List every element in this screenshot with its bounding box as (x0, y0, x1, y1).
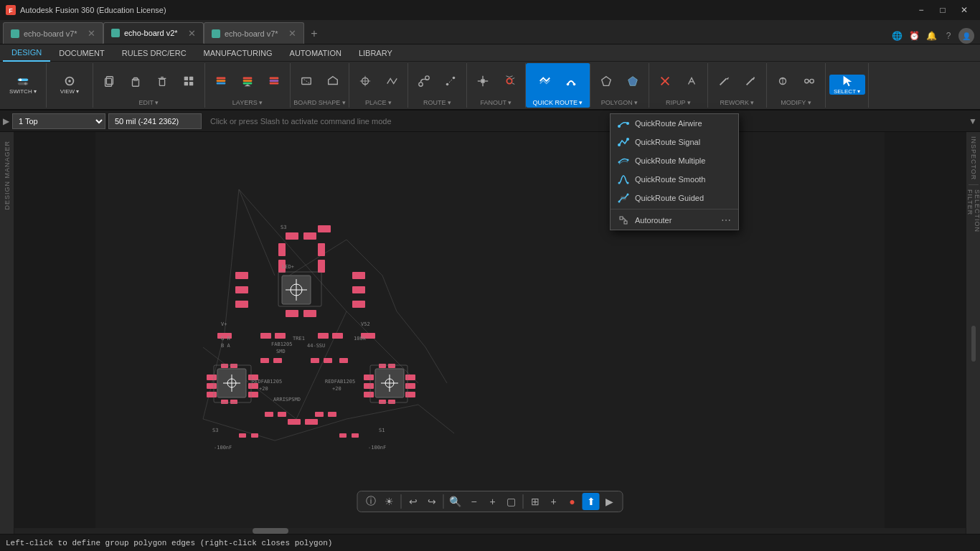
svg-rect-108 (207, 383, 217, 389)
tab-close-3[interactable]: ✕ (288, 29, 296, 38)
ripup-button1[interactable] (652, 71, 678, 91)
tab-echo-board-v7-2[interactable]: echo-board v7* ✕ (204, 22, 304, 44)
app-icon: F (6, 5, 16, 15)
minimize-button[interactable]: − (911, 3, 931, 17)
menu-tab-design[interactable]: DESIGN (3, 44, 50, 62)
quick-route-button2[interactable] (558, 71, 584, 91)
route-button1[interactable] (411, 71, 437, 91)
svg-rect-16 (189, 77, 193, 80)
quickroute-smooth-item[interactable]: QuickRoute Smooth (611, 170, 738, 189)
zoom-out-small-button[interactable]: 🔍 (447, 493, 464, 510)
rework-button2[interactable] (738, 71, 763, 91)
tab-close-1[interactable]: ✕ (88, 29, 95, 38)
zoom-in-button[interactable]: + (484, 493, 501, 510)
fanout-button2[interactable] (496, 71, 522, 91)
cursor-button[interactable]: ⬆ (583, 493, 600, 510)
place-button1[interactable] (352, 71, 378, 91)
board-shape-row (293, 65, 346, 98)
board-shape-button1[interactable] (293, 71, 319, 91)
bell-icon[interactable]: 🔔 (924, 29, 938, 43)
svg-line-38 (448, 78, 454, 85)
paste-button[interactable] (123, 71, 149, 91)
switch-button[interactable]: SWITCH ▾ (3, 75, 43, 95)
quickroute-airwire-item[interactable]: QuickRoute Airwire (611, 114, 738, 133)
user-avatar[interactable]: 👤 (958, 28, 974, 44)
svg-rect-126 (379, 400, 386, 404)
globe-icon[interactable]: 🌐 (890, 29, 904, 43)
quickroute-smooth-label: QuickRoute Smooth (635, 175, 705, 184)
right-sidebar: INSPECTOR SELECTION FILTER (966, 132, 980, 534)
place-button2[interactable] (379, 71, 405, 91)
zoom-out-button[interactable]: − (466, 493, 483, 510)
polygon-button2[interactable] (620, 71, 646, 91)
help-icon[interactable]: ? (941, 29, 956, 43)
menu-tab-automation[interactable]: AUTOMATION (281, 44, 350, 62)
edit-row (96, 65, 202, 98)
layers-edit-button[interactable] (261, 71, 287, 91)
svg-text:+20: +20 (259, 386, 268, 392)
quickroute-signal-item[interactable]: QuickRoute Signal (611, 133, 738, 151)
menu-tab-library[interactable]: LIBRARY (350, 44, 401, 62)
undo-button[interactable]: ↩ (405, 493, 422, 510)
svg-rect-100 (303, 310, 316, 317)
delete-button[interactable] (149, 71, 175, 91)
info-button[interactable]: ⓘ (362, 493, 380, 510)
svg-rect-95 (235, 301, 248, 308)
ripup-button2[interactable] (679, 71, 705, 91)
polygon-button1[interactable] (593, 71, 619, 91)
svg-rect-120 (364, 392, 374, 397)
canvas-area[interactable]: S3 G R B A LED+ FAB1205 SMD TRE1 44-SSU … (14, 132, 966, 534)
layers-arrow-button[interactable] (235, 71, 260, 91)
quick-route-button1[interactable] (532, 71, 557, 91)
expand-right-icon[interactable]: ▼ (969, 116, 977, 126)
zoom-fit-button[interactable]: ▢ (503, 493, 520, 510)
menu-tab-rules[interactable]: RULES DRC/ERC (113, 44, 195, 62)
copy-button[interactable] (96, 71, 122, 91)
svg-rect-109 (207, 392, 217, 397)
layer-select[interactable]: 1 Top 2 Bottom 16 Bottom (12, 113, 105, 129)
tab-echo-board-v2[interactable]: echo-board v2* ✕ (103, 22, 204, 44)
svg-rect-94 (235, 286, 248, 293)
svg-rect-99 (286, 310, 298, 317)
menu-tab-document[interactable]: DOCUMENT (50, 44, 113, 62)
v-scrollbar[interactable] (971, 237, 976, 534)
expand-left-icon[interactable]: ▶ (3, 116, 9, 126)
add-button[interactable]: + (545, 493, 562, 510)
grid-button[interactable]: ⊞ (527, 493, 544, 510)
v-scrollbar-thumb[interactable] (971, 326, 976, 362)
modify-button1[interactable] (770, 71, 796, 91)
clock-icon[interactable]: ⏰ (907, 29, 921, 43)
autorouter-item[interactable]: Autorouter ⋯ (611, 211, 738, 230)
command-input[interactable] (204, 113, 966, 129)
layers-stack-button[interactable] (208, 71, 234, 91)
select-button[interactable]: SELECT ▾ (829, 75, 865, 95)
eye-button[interactable]: ☀ (381, 493, 398, 510)
quickroute-guided-icon (618, 192, 629, 204)
svg-text:TRE1: TRE1 (293, 336, 305, 342)
autorouter-more-icon[interactable]: ⋯ (721, 215, 731, 226)
close-button[interactable]: ✕ (954, 3, 974, 17)
tab-echo-board-v7-1[interactable]: echo-board v7* ✕ (3, 22, 103, 44)
next-button[interactable]: ▶ (601, 493, 618, 510)
board-shape-button2[interactable] (320, 71, 346, 91)
view-button[interactable]: VIEW ▾ (50, 75, 90, 95)
quickroute-guided-item[interactable]: QuickRoute Guided (611, 189, 738, 207)
menu-tab-manufacturing[interactable]: MANUFACTURING (195, 44, 281, 62)
route-button2[interactable] (438, 71, 463, 91)
modify-button2[interactable] (796, 71, 822, 91)
new-tab-button[interactable]: + (304, 24, 324, 44)
edit-more-button[interactable] (176, 71, 202, 91)
svg-line-58 (747, 78, 753, 85)
fanout-button1[interactable] (470, 71, 496, 91)
rework-button1[interactable] (711, 71, 737, 91)
quick-route-label: QUICK ROUTE ▾ (529, 98, 587, 106)
h-scrollbar-thumb[interactable] (253, 528, 288, 534)
h-scrollbar[interactable] (14, 528, 966, 534)
svg-text:V+: V+ (221, 321, 227, 327)
tab-icon-1 (11, 29, 19, 38)
stop-button[interactable]: ● (564, 493, 581, 510)
tab-close-2[interactable]: ✕ (188, 29, 196, 38)
maximize-button[interactable]: □ (933, 3, 953, 17)
redo-button[interactable]: ↪ (423, 493, 440, 510)
quickroute-multiple-item[interactable]: QuickRoute Multiple (611, 151, 738, 170)
